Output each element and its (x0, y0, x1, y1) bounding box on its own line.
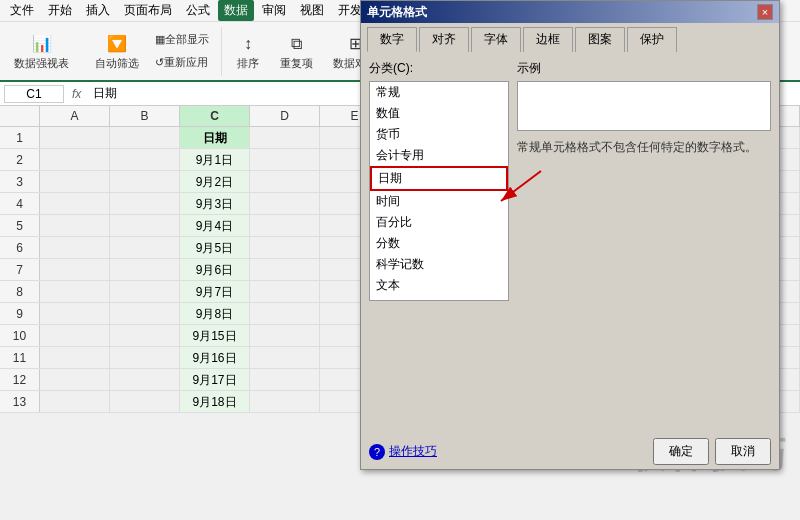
cell-a12[interactable] (40, 369, 110, 390)
cell-d4[interactable] (250, 193, 320, 214)
tab-align[interactable]: 对齐 (419, 27, 469, 52)
cell-a2[interactable] (40, 149, 110, 170)
format-cells-dialog: 单元格格式 × 数字 对齐 字体 边框 图案 保护 分类(C): 常规 数值 货… (360, 0, 780, 470)
category-date[interactable]: 日期 (370, 166, 508, 191)
cell-c9[interactable]: 9月8日 (180, 303, 250, 324)
cell-a11[interactable] (40, 347, 110, 368)
help-link[interactable]: ? 操作技巧 (369, 443, 437, 460)
auto-filter-btn[interactable]: 🔽 自动筛选 (89, 29, 145, 74)
cell-b5[interactable] (110, 215, 180, 236)
menu-view[interactable]: 视图 (294, 0, 330, 21)
tab-number[interactable]: 数字 (367, 27, 417, 52)
cell-c5[interactable]: 9月4日 (180, 215, 250, 236)
menu-data[interactable]: 数据 (218, 0, 254, 21)
show-all-btn[interactable]: ▦ 全部显示 (149, 29, 215, 50)
row-num-4: 4 (0, 193, 40, 214)
duplicate-btn[interactable]: ⧉ 重复项 (274, 29, 319, 74)
spreadsheet: A B C D E 1 日期 2 9月1日 3 (0, 106, 800, 520)
cell-d1[interactable] (250, 127, 320, 148)
row-num-7: 7 (0, 259, 40, 280)
cell-d8[interactable] (250, 281, 320, 302)
category-text[interactable]: 文本 (370, 275, 508, 296)
menu-review[interactable]: 审阅 (256, 0, 292, 21)
category-special[interactable]: 特殊 (370, 296, 508, 301)
cell-a4[interactable] (40, 193, 110, 214)
cell-c13[interactable]: 9月18日 (180, 391, 250, 412)
cell-c4[interactable]: 9月3日 (180, 193, 250, 214)
cell-c11[interactable]: 9月16日 (180, 347, 250, 368)
cell-c1[interactable]: 日期 (180, 127, 250, 148)
sort-btn[interactable]: ↕ 排序 (230, 29, 266, 74)
pivot-label: 数据强视表 (14, 56, 69, 71)
corner-cell (0, 106, 40, 126)
cell-a10[interactable] (40, 325, 110, 346)
menu-home[interactable]: 开始 (42, 0, 78, 21)
dialog-close-btn[interactable]: × (757, 4, 773, 20)
cell-d6[interactable] (250, 237, 320, 258)
cell-b7[interactable] (110, 259, 180, 280)
cell-b4[interactable] (110, 193, 180, 214)
category-general[interactable]: 常规 (370, 82, 508, 103)
cell-c8[interactable]: 9月7日 (180, 281, 250, 302)
category-fraction[interactable]: 分数 (370, 233, 508, 254)
cell-b3[interactable] (110, 171, 180, 192)
cell-b6[interactable] (110, 237, 180, 258)
cell-b11[interactable] (110, 347, 180, 368)
cell-d2[interactable] (250, 149, 320, 170)
cell-a13[interactable] (40, 391, 110, 412)
menu-page-layout[interactable]: 页面布局 (118, 0, 178, 21)
cell-reference-input[interactable] (4, 85, 64, 103)
cell-a3[interactable] (40, 171, 110, 192)
cell-c10[interactable]: 9月15日 (180, 325, 250, 346)
col-header-c[interactable]: C (180, 106, 250, 126)
tab-protect[interactable]: 保护 (627, 27, 677, 52)
sort-label: 排序 (237, 56, 259, 71)
tab-border[interactable]: 边框 (523, 27, 573, 52)
cell-b1[interactable] (110, 127, 180, 148)
cell-b12[interactable] (110, 369, 180, 390)
tab-font[interactable]: 字体 (471, 27, 521, 52)
menu-insert[interactable]: 插入 (80, 0, 116, 21)
cell-a6[interactable] (40, 237, 110, 258)
category-currency[interactable]: 货币 (370, 124, 508, 145)
category-number[interactable]: 数值 (370, 103, 508, 124)
cell-b13[interactable] (110, 391, 180, 412)
cell-d5[interactable] (250, 215, 320, 236)
cell-d3[interactable] (250, 171, 320, 192)
cell-c2[interactable]: 9月1日 (180, 149, 250, 170)
cell-d9[interactable] (250, 303, 320, 324)
category-accounting[interactable]: 会计专用 (370, 145, 508, 166)
cell-a7[interactable] (40, 259, 110, 280)
data-pivot-btn[interactable]: 📊 数据强视表 (8, 29, 75, 74)
format-description: 常规单元格格式不包含任何特定的数字格式。 (517, 139, 771, 156)
cancel-button[interactable]: 取消 (715, 438, 771, 465)
tab-pattern[interactable]: 图案 (575, 27, 625, 52)
cell-a5[interactable] (40, 215, 110, 236)
cell-a1[interactable] (40, 127, 110, 148)
cell-a9[interactable] (40, 303, 110, 324)
cell-c7[interactable]: 9月6日 (180, 259, 250, 280)
category-scientific[interactable]: 科学记数 (370, 254, 508, 275)
col-header-b[interactable]: B (110, 106, 180, 126)
col-header-d[interactable]: D (250, 106, 320, 126)
cell-c3[interactable]: 9月2日 (180, 171, 250, 192)
cell-a8[interactable] (40, 281, 110, 302)
menu-file[interactable]: 文件 (4, 0, 40, 21)
category-percent[interactable]: 百分比 (370, 212, 508, 233)
cell-b9[interactable] (110, 303, 180, 324)
cell-d10[interactable] (250, 325, 320, 346)
category-time[interactable]: 时间 (370, 191, 508, 212)
cell-b2[interactable] (110, 149, 180, 170)
cell-d12[interactable] (250, 369, 320, 390)
cell-c6[interactable]: 9月5日 (180, 237, 250, 258)
cell-d13[interactable] (250, 391, 320, 412)
cell-d11[interactable] (250, 347, 320, 368)
cell-c12[interactable]: 9月17日 (180, 369, 250, 390)
menu-formula[interactable]: 公式 (180, 0, 216, 21)
col-header-a[interactable]: A (40, 106, 110, 126)
cell-d7[interactable] (250, 259, 320, 280)
cell-b8[interactable] (110, 281, 180, 302)
cell-b10[interactable] (110, 325, 180, 346)
reapply-btn[interactable]: ↺ 重新应用 (149, 52, 215, 73)
ok-button[interactable]: 确定 (653, 438, 709, 465)
